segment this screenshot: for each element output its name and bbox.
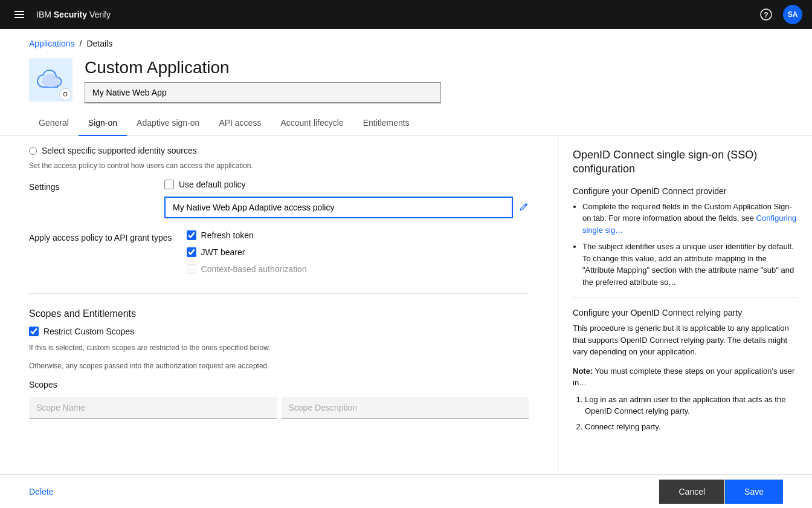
breadcrumb: Applications / Details [29, 39, 783, 48]
svg-point-4 [63, 93, 67, 96]
rp-section2-list: Log in as an admin user to the applicati… [573, 394, 798, 433]
rp-divider [573, 298, 798, 298]
breadcrumb-current: Details [86, 39, 112, 48]
use-default-policy-checkbox[interactable] [164, 180, 174, 189]
scopes-title: Scopes and Entitlements [29, 308, 529, 319]
app-name-input[interactable] [85, 82, 441, 103]
tabs: General Sign-on Adaptive sign-on API acc… [0, 111, 812, 136]
rp-list-item-2-text: The subject identifier uses a unique use… [582, 242, 794, 287]
right-panel: OpenID Connect single sign-on (SSO) conf… [558, 136, 812, 475]
scopes-label-area: Scopes [29, 380, 529, 419]
restrict-scopes-checkbox[interactable] [29, 327, 39, 336]
app-icon-wrap [29, 58, 72, 102]
breadcrumb-applications-link[interactable]: Applications [29, 39, 75, 48]
help-button[interactable]: ? [756, 5, 776, 24]
rp-list-item-1: Complete the required fields in the Cust… [582, 201, 798, 236]
jwt-bearer-checkbox[interactable] [187, 247, 196, 257]
scope-inputs [29, 397, 529, 419]
policy-input[interactable] [164, 197, 513, 218]
use-default-policy-row: Use default policy [164, 180, 529, 189]
app-header: Custom Application [0, 53, 812, 103]
svg-point-3 [42, 77, 59, 87]
rp-ol-item-1: Log in as an admin user to the applicati… [585, 394, 798, 417]
tab-adaptive-sign-on[interactable]: Adaptive sign-on [127, 111, 209, 136]
specific-sources-label: Select specific supported identity sourc… [42, 146, 197, 155]
scope-name-input[interactable] [29, 397, 277, 419]
scopes-label: Scopes [29, 380, 529, 389]
settings-controls: Use default policy [164, 180, 529, 218]
avatar[interactable]: SA [783, 5, 802, 24]
rp-note: Note: You must complete these steps on y… [573, 365, 798, 389]
bottom-bar: Delete Cancel Save [0, 474, 812, 508]
jwt-bearer-label: JWT bearer [201, 247, 245, 257]
rp-ol-item-2: Connect relying party. [585, 421, 798, 433]
breadcrumb-separator: / [80, 39, 82, 48]
jwt-bearer-row: JWT bearer [187, 247, 529, 257]
left-panel: Select specific supported identity sourc… [0, 136, 558, 475]
scopes-section: Scopes and Entitlements Restrict Custom … [29, 308, 529, 419]
rp-section2-title: Configure your OpenID Connect relying pa… [573, 308, 798, 318]
restrict-description-1: If this is selected, custom scopes are r… [29, 344, 529, 352]
avatar-initials: SA [788, 10, 798, 19]
delete-button[interactable]: Delete [29, 487, 53, 497]
apply-access-policy-row: Apply access policy to API grant types R… [29, 230, 529, 281]
rp-title: OpenID Connect single sign-on (SSO) conf… [573, 148, 798, 177]
app-info: Custom Application [85, 58, 783, 103]
policy-input-wrap [164, 197, 529, 218]
menu-button[interactable] [10, 5, 29, 24]
breadcrumb-area: Applications / Details [0, 29, 812, 53]
grant-types-controls: Refresh token JWT bearer Context-based a… [187, 230, 529, 281]
apply-access-policy-label: Apply access policy to API grant types [29, 230, 172, 243]
restrict-custom-scopes-row: Restrict Custom Scopes [29, 327, 529, 336]
tab-api-access[interactable]: API access [209, 111, 271, 136]
context-auth-checkbox [187, 264, 196, 274]
rp-note-text: You must complete these steps on your ap… [573, 366, 794, 388]
restrict-description-2: Otherwise, any scopes passed into the au… [29, 362, 529, 370]
access-policy-description: Set the access policy to control how use… [29, 161, 529, 170]
settings-label: Settings [29, 180, 150, 192]
rp-ol-item-2-text: Connect relying party. [585, 422, 661, 431]
restrict-scopes-label: Restrict Custom Scopes [44, 327, 134, 336]
use-default-policy-label: Use default policy [179, 180, 246, 189]
specific-sources-radio[interactable] [29, 147, 37, 155]
edit-policy-button[interactable] [518, 202, 529, 213]
refresh-token-checkbox[interactable] [187, 230, 196, 240]
app-name-title: Custom Application [85, 58, 783, 77]
context-auth-label: Context-based authorization [201, 264, 307, 274]
scope-description-input[interactable] [282, 397, 529, 419]
rp-section1-title: Configure your OpenID Connect provider [573, 186, 798, 196]
top-navigation: IBM Security Verify ? SA [0, 0, 812, 29]
change-icon-button[interactable] [59, 88, 71, 100]
rp-section2-text: This procedure is generic but it is appl… [573, 322, 798, 358]
section-divider [29, 293, 529, 294]
save-button[interactable]: Save [725, 480, 783, 504]
identity-sources-row: Select specific supported identity sourc… [29, 146, 529, 155]
action-buttons: Cancel Save [659, 480, 783, 504]
main-layout: Select specific supported identity sourc… [0, 136, 812, 475]
brand-title: IBM Security Verify [36, 10, 111, 19]
rp-note-label: Note: [573, 366, 593, 376]
rp-ol-item-1-text: Log in as an admin user to the applicati… [585, 395, 785, 416]
tab-sign-on[interactable]: Sign-on [79, 111, 127, 136]
topnav-right: ? SA [756, 5, 802, 24]
refresh-token-label: Refresh token [201, 230, 254, 240]
tab-entitlements[interactable]: Entitlements [353, 111, 419, 136]
rp-list-item-2: The subject identifier uses a unique use… [582, 241, 798, 288]
topnav-left: IBM Security Verify [10, 5, 111, 24]
svg-text:?: ? [764, 11, 768, 19]
rp-section1-list: Complete the required fields in the Cust… [573, 201, 798, 288]
cancel-button[interactable]: Cancel [659, 480, 724, 504]
context-auth-row: Context-based authorization [187, 264, 529, 274]
tab-account-lifecycle[interactable]: Account lifecycle [271, 111, 353, 136]
tab-general[interactable]: General [29, 111, 79, 136]
settings-row: Settings Use default policy [29, 180, 529, 218]
refresh-token-row: Refresh token [187, 230, 529, 240]
